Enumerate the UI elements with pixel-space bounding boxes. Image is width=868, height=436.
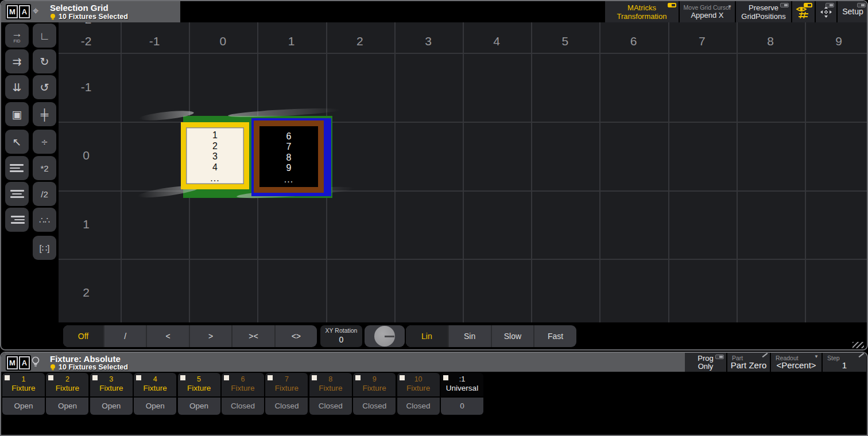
fixture-state[interactable]: Closed bbox=[397, 398, 440, 415]
step-field[interactable]: Step 1 bbox=[823, 353, 866, 372]
angle-icon: ∟ bbox=[39, 30, 50, 41]
fixture-button-1[interactable]: :1Universal0 bbox=[441, 373, 483, 415]
selection-grid[interactable]: -2-10123456789 -1012 -2 1234... 6789... bbox=[59, 22, 868, 322]
fixture-state[interactable]: Open bbox=[178, 398, 220, 415]
align-right-button[interactable] bbox=[5, 208, 29, 232]
move-top-left-button[interactable]: ↖ bbox=[5, 130, 29, 154]
divide-button[interactable]: ÷ bbox=[33, 130, 56, 154]
grid-line-vertical bbox=[737, 22, 738, 322]
fixture-button-8[interactable]: 8FixtureClosed bbox=[309, 373, 352, 415]
fixture-button-10[interactable]: 10FixtureClosed bbox=[397, 373, 440, 415]
setup-button[interactable]: Setup bbox=[838, 1, 868, 22]
window-resize-handle[interactable] bbox=[852, 342, 864, 348]
fixture-button-7[interactable]: 7FixtureClosed bbox=[265, 373, 308, 415]
fixture-id-line: 1 bbox=[212, 130, 218, 141]
wings-segment-button[interactable]: >< bbox=[231, 325, 274, 347]
window1-titlebar[interactable]: M A ⌖ Selection Grid 10 Fixtures Selecte… bbox=[1, 1, 180, 22]
fixture-state[interactable]: Open bbox=[134, 398, 176, 415]
fixture-button-5[interactable]: 5FixtureOpen bbox=[178, 373, 220, 415]
readout-dropdown[interactable]: ▼ Readout <Percent> bbox=[771, 353, 822, 372]
fixture-button-1[interactable]: 1FixtureOpen bbox=[2, 373, 45, 415]
spread-vertical-icon: ⇊ bbox=[13, 82, 22, 93]
fixture-state[interactable]: Closed bbox=[309, 398, 352, 415]
wings-segment-button[interactable]: <> bbox=[274, 325, 317, 347]
fixture-type: Fixture bbox=[309, 384, 352, 392]
fixture-state[interactable]: Open bbox=[2, 398, 45, 415]
fixture-button-top: 1Fixture bbox=[2, 373, 45, 396]
selection-indicator-icon bbox=[355, 375, 361, 380]
grid-cell-fixtures-6-9[interactable]: 6789... bbox=[251, 118, 331, 196]
wings-segment-button[interactable]: < bbox=[146, 325, 188, 347]
toggle-off-icon bbox=[826, 3, 834, 7]
mode-fast-button[interactable]: Fast bbox=[533, 325, 576, 347]
fixture-button-top: 8Fixture bbox=[309, 373, 352, 396]
fixture-button-3[interactable]: 3FixtureOpen bbox=[90, 373, 133, 415]
mirror-x-button[interactable]: ╪ bbox=[33, 102, 56, 126]
fixture-button-top: 9Fixture bbox=[353, 373, 396, 396]
grid-column-label: -1 bbox=[149, 34, 160, 48]
chevron-down-icon: ▼ bbox=[814, 354, 819, 359]
grid-brackets-button[interactable]: [∷] bbox=[33, 236, 56, 260]
knob-icon[interactable] bbox=[374, 326, 395, 347]
wings-off-button[interactable]: Off bbox=[63, 325, 103, 347]
grid-cursor-icon: ⌖ bbox=[33, 5, 39, 17]
wings-segment-button[interactable]: > bbox=[189, 325, 231, 347]
ma-logo[interactable]: M A bbox=[6, 4, 31, 20]
align-left-button[interactable] bbox=[5, 156, 29, 180]
rotate-cw-button[interactable]: ↻ bbox=[33, 49, 56, 73]
ma-logo[interactable]: M A bbox=[6, 355, 31, 371]
spread-vertical-button[interactable]: ⇊ bbox=[5, 75, 29, 99]
multiply-by-2-button[interactable]: *2 bbox=[33, 156, 56, 180]
fixture-button-9[interactable]: 9FixtureClosed bbox=[353, 373, 396, 415]
move-window-button[interactable] bbox=[816, 1, 836, 22]
angle-button[interactable]: ∟ bbox=[33, 24, 56, 48]
fixture-state[interactable]: Open bbox=[90, 398, 133, 415]
rotate-ccw-button[interactable]: ↺ bbox=[33, 75, 56, 99]
fixture-button-6[interactable]: 6FixtureClosed bbox=[222, 373, 264, 415]
arrange-fid-icon: → bbox=[11, 28, 22, 39]
grid-row-label: 2 bbox=[83, 286, 90, 299]
ma-logo-a: A bbox=[19, 5, 30, 18]
fixture-state[interactable]: Closed bbox=[222, 398, 264, 415]
compress-grid-button[interactable]: ▣ bbox=[5, 102, 29, 126]
fixture-button-top: 5Fixture bbox=[178, 373, 220, 396]
prog-only-button[interactable]: Prog Only bbox=[685, 353, 726, 372]
matricks-transformation-button[interactable]: MAtricks Transformation bbox=[605, 1, 679, 22]
show-fixture-id-button[interactable] bbox=[792, 1, 815, 22]
grid-line-vertical bbox=[805, 22, 806, 322]
fixture-type: Fixture bbox=[90, 384, 133, 392]
selection-indicator-icon bbox=[48, 375, 53, 380]
fixture-id-line: ... bbox=[210, 176, 219, 181]
preserve-gridpositions-button[interactable]: Preserve GridPositions bbox=[736, 1, 791, 22]
mode-lin-button[interactable]: Lin bbox=[406, 325, 448, 347]
xy-rotation-field[interactable]: XY Rotation 0 bbox=[320, 325, 362, 347]
part-field[interactable]: Part Part Zero bbox=[727, 353, 770, 372]
move-grid-cursor-button[interactable]: ▼ Move Grid Cursor Append X bbox=[680, 1, 735, 22]
mode-slow-button[interactable]: Slow bbox=[491, 325, 534, 347]
spread-horizontal-button[interactable]: ⇉ bbox=[5, 49, 29, 73]
grid-cell-fixtures-1-4[interactable]: 1234... bbox=[181, 122, 249, 189]
window2-titlebar[interactable]: M A Fixture: Absolute 10 Fixtures Select… bbox=[1, 353, 685, 372]
fixture-state[interactable]: 0 bbox=[441, 398, 483, 415]
fixture-button-top: 10Fixture bbox=[397, 373, 440, 396]
fixture-button-4[interactable]: 4FixtureOpen bbox=[134, 373, 176, 415]
grid-column-label: 3 bbox=[425, 34, 432, 48]
shuffle-dots-button[interactable]: ∴∴ bbox=[33, 208, 56, 232]
align-center-button[interactable] bbox=[5, 182, 29, 206]
fixture-state[interactable]: Open bbox=[46, 398, 88, 415]
wings-segment-button[interactable]: / bbox=[103, 325, 146, 347]
grid-column-label: 2 bbox=[356, 34, 363, 48]
toggle-on-icon bbox=[804, 3, 812, 7]
toggle-off-icon bbox=[715, 355, 724, 359]
window1-status: 10 Fixtures Selected bbox=[50, 13, 128, 21]
fixture-state[interactable]: Closed bbox=[265, 398, 308, 415]
fixture-id-line: ... bbox=[284, 177, 293, 182]
fixture-button-2[interactable]: 2FixtureOpen bbox=[46, 373, 88, 415]
rotation-encoder[interactable] bbox=[365, 325, 405, 347]
mode-sin-button[interactable]: Sin bbox=[448, 325, 491, 347]
arrange-fid-button[interactable]: →FID bbox=[5, 24, 29, 48]
fixture-state[interactable]: Closed bbox=[353, 398, 396, 415]
divide-by-2-button[interactable]: /2 bbox=[33, 182, 56, 206]
selection-indicator-icon bbox=[400, 375, 405, 380]
fixture-button-top: 2Fixture bbox=[46, 373, 88, 396]
